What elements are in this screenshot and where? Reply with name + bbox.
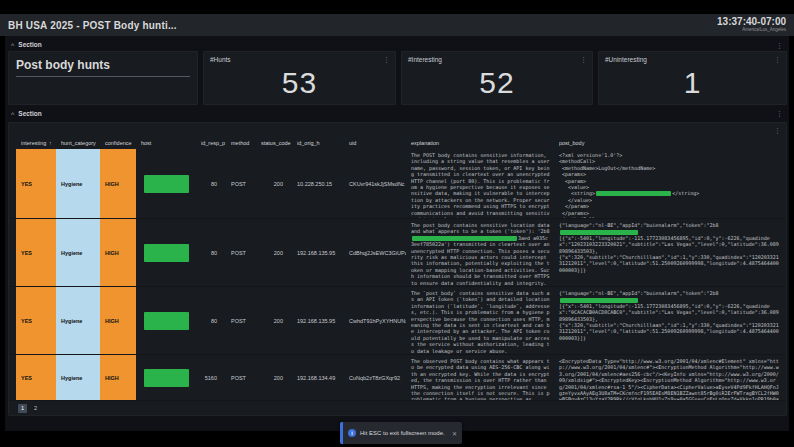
cell-uid: CuNqb2zT8zGXqr92 xyxy=(344,355,406,400)
section-label: Section xyxy=(18,41,41,48)
cell-post_body: <?xml version='1.0'?> <methodCall> <meth… xyxy=(554,149,782,218)
page-button-1[interactable]: 1 xyxy=(18,404,27,413)
cell-status_code: 200 xyxy=(256,219,292,286)
cell-post_body: {"language":"nl-BE","appId":"buienalarm"… xyxy=(554,219,782,286)
divider xyxy=(16,76,190,77)
cell-interesting: YES xyxy=(16,355,56,400)
stat-panel-hunts: #Hunts ⋮ 53 xyxy=(203,51,396,105)
cell-status_code: 200 xyxy=(256,355,292,400)
cell-explanation: The post_body contains sensitive locatio… xyxy=(406,219,554,286)
redacted-host-value xyxy=(144,244,189,262)
table-row: YESHygieneHIGH5160POST200192.168.134.49C… xyxy=(9,355,786,401)
cell-method: POST xyxy=(226,287,256,354)
cell-confidence: HIGH xyxy=(100,219,136,286)
cell-hunt_category: Hygiene xyxy=(56,149,100,218)
dashboard-clock: 13:37:40-07:00 America/Los_Angeles xyxy=(717,17,786,33)
column-header-id_resp_p[interactable]: id_resp_p xyxy=(196,140,226,146)
cell-interesting: YES xyxy=(16,149,56,218)
table-panel: ⋮ interesting ↑hunt_categoryconfidenceho… xyxy=(8,122,787,416)
cell-id_resp_p: 80 xyxy=(196,149,226,218)
table-row: YESHygieneHIGH80POST200192.168.135.95Cwh… xyxy=(9,287,786,355)
column-header-explanation[interactable]: explanation xyxy=(406,140,554,146)
cell-id_resp_p: 80 xyxy=(196,287,226,354)
cell-id_orig_h: 192.168.135.95 xyxy=(292,219,344,286)
cell-host xyxy=(136,219,196,286)
cell-explanation: The POST body contains sensitive informa… xyxy=(406,149,554,218)
redacted-host-value xyxy=(144,175,189,193)
section-header-table[interactable]: ^ Section xyxy=(11,108,42,118)
clock-timezone: America/Los_Angeles xyxy=(717,28,786,33)
cell-id_orig_h: 192.168.134.49 xyxy=(292,355,344,400)
redacted-value xyxy=(560,298,638,303)
stat-panel-interesting: #Interesting ⋮ 52 xyxy=(401,51,593,105)
cell-explanation: The observed POST body contains what app… xyxy=(406,355,554,400)
cell-id_orig_h: 10.228.250.15 xyxy=(292,149,344,218)
column-header-interesting[interactable]: interesting ↑ xyxy=(16,140,56,146)
stat-value: 53 xyxy=(204,64,395,102)
table-row: YESHygieneHIGH80POST20010.228.250.15CKUv… xyxy=(9,149,786,219)
column-header-hunt_category[interactable]: hunt_category xyxy=(56,140,100,146)
column-header-uid[interactable]: uid xyxy=(344,140,406,146)
cell-method: POST xyxy=(226,355,256,400)
dashboard-canvas: ^ Section ⋮ Post body hunts #Hunts ⋮ 53 … xyxy=(5,36,789,431)
pagination: 12 xyxy=(9,401,786,413)
cell-host xyxy=(136,287,196,354)
chevron-up-icon: ^ xyxy=(11,111,14,118)
cell-confidence: HIGH xyxy=(100,287,136,354)
cell-confidence: HIGH xyxy=(100,149,136,218)
dashboard-titlebar: BH USA 2025 - POST Body hunti... 13:37:4… xyxy=(0,14,794,36)
column-header-id_orig_h[interactable]: id_orig_h xyxy=(292,140,344,146)
section-header-top[interactable]: ^ Section xyxy=(11,39,42,49)
table-header-row: interesting ↑hunt_categoryconfidencehost… xyxy=(9,137,786,149)
cell-hunt_category: Hygiene xyxy=(56,219,100,286)
cell-post_body: {"language":"nl-BE","appId":"buienalarm"… xyxy=(554,287,782,354)
panel-menu-kebab-icon[interactable]: ⋮ xyxy=(774,127,781,134)
cell-id_orig_h: 192.168.135.95 xyxy=(292,287,344,354)
cell-uid: CKUvr941skJjSMsdNc xyxy=(344,149,406,218)
cell-uid: CwhdT91hPyXYHNUNx3 xyxy=(344,287,406,354)
clock-time: 13:37:40-07:00 xyxy=(717,17,786,27)
cell-hunt_category: Hygiene xyxy=(56,287,100,354)
panel-title: #Uninteresting xyxy=(605,56,647,63)
toast-accent-bar xyxy=(340,422,343,444)
cell-confidence: HIGH xyxy=(100,355,136,400)
cell-id_resp_p: 5160 xyxy=(196,355,226,400)
section-menu-kebab-icon[interactable]: ⋮ xyxy=(776,110,783,117)
cell-uid: CdBhqj2JsEWC3GiUPc xyxy=(344,219,406,286)
cell-interesting: YES xyxy=(16,219,56,286)
column-header-host[interactable]: host xyxy=(136,140,196,146)
column-header-confidence[interactable]: confidence xyxy=(100,140,136,146)
column-header-method[interactable]: method xyxy=(226,140,256,146)
cell-explanation: The `post_body` contains sensitive data … xyxy=(406,287,554,354)
cell-status_code: 200 xyxy=(256,287,292,354)
panel-menu-kebab-icon[interactable]: ⋮ xyxy=(774,56,781,63)
panel-title: #Hunts xyxy=(210,56,231,63)
column-header-post_body[interactable]: post_body xyxy=(554,140,782,146)
cell-method: POST xyxy=(226,149,256,218)
cell-hunt_category: Hygiene xyxy=(56,355,100,400)
info-icon: i xyxy=(348,429,356,437)
toast-close-button[interactable]: ✕ xyxy=(452,430,457,437)
section-menu-kebab-icon[interactable]: ⋮ xyxy=(776,42,783,49)
redacted-value xyxy=(560,230,638,235)
stat-panel-uninteresting: #Uninteresting ⋮ 1 xyxy=(598,51,787,105)
cell-status_code: 200 xyxy=(256,149,292,218)
stat-value: 52 xyxy=(402,64,592,102)
text-panel-title: Post body hunts xyxy=(16,58,190,72)
panel-menu-kebab-icon[interactable]: ⋮ xyxy=(383,56,390,63)
page-button-2[interactable]: 2 xyxy=(31,404,40,413)
table-row: YESHygieneHIGH80POST200192.168.135.95CdB… xyxy=(9,219,786,287)
redacted-value xyxy=(412,236,517,241)
section-label: Section xyxy=(18,110,41,117)
redacted-value xyxy=(596,191,671,196)
panel-menu-kebab-icon[interactable]: ⋮ xyxy=(580,56,587,63)
cell-host xyxy=(136,149,196,218)
cell-interesting: YES xyxy=(16,287,56,354)
table-body: YESHygieneHIGH80POST20010.228.250.15CKUv… xyxy=(9,149,786,401)
toast-message: Hit ESC to exit fullscreen mode. xyxy=(360,430,448,436)
column-header-status_code[interactable]: status_code xyxy=(256,140,292,146)
dashboard-title: BH USA 2025 - POST Body hunti... xyxy=(8,20,177,31)
chevron-up-icon: ^ xyxy=(11,42,14,49)
cell-method: POST xyxy=(226,219,256,286)
panel-title: #Interesting xyxy=(408,56,442,63)
